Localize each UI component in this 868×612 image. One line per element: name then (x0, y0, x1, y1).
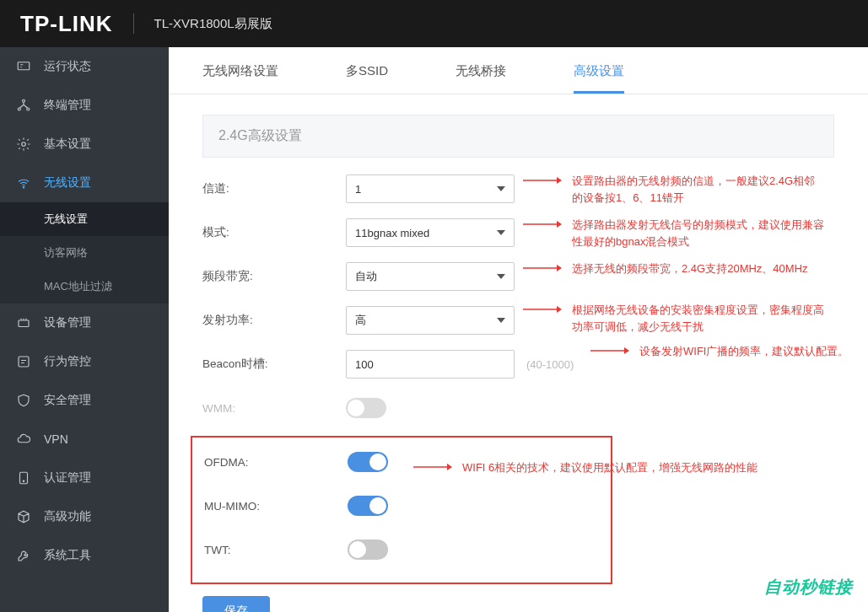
sidebar-item-auth[interactable]: 认证管理 (0, 459, 169, 497)
sidebar-item-device[interactable]: 设备管理 (0, 303, 169, 342)
svg-rect-7 (19, 357, 29, 367)
sidebar-item-label: 无线设置 (44, 175, 91, 191)
sidebar-item-behavior[interactable]: 行为管控 (0, 342, 169, 381)
wrench-icon (15, 547, 32, 564)
beacon-label: Beacon时槽: (202, 357, 346, 372)
brand-logo: TP-LINK (20, 11, 113, 37)
wifi6-highlight-box: OFDMA: MU-MIMO: TWT: (191, 436, 612, 584)
dashboard-icon (15, 58, 32, 75)
sidebar-item-label: 认证管理 (44, 470, 91, 486)
shield-icon (15, 392, 32, 409)
sidebar-sub-guest-network[interactable]: 访客网络 (0, 236, 169, 270)
sidebar-item-label: 系统工具 (44, 548, 91, 563)
tab-bar: 无线网络设置 多SSID 无线桥接 高级设置 (169, 47, 868, 94)
beacon-hint: (40-1000) (526, 358, 574, 371)
mumimo-toggle[interactable] (348, 496, 388, 516)
watermark: 自动秒链接 (764, 576, 853, 599)
gear-icon (15, 136, 32, 153)
tab-multi-ssid[interactable]: 多SSID (346, 51, 388, 94)
twt-toggle[interactable] (348, 540, 388, 560)
sidebar-item-vpn[interactable]: VPN (0, 420, 169, 459)
sidebar-item-label: 运行状态 (44, 59, 91, 74)
chevron-down-icon (497, 274, 505, 279)
section-title: 2.4G高级设置 (202, 115, 834, 158)
beacon-input[interactable] (346, 350, 515, 378)
sidebar-item-advanced[interactable]: 高级功能 (0, 497, 169, 536)
mode-label: 模式: (202, 225, 346, 240)
svg-rect-6 (19, 320, 29, 327)
mumimo-label: MU-MIMO: (204, 500, 348, 513)
device-icon (15, 314, 32, 331)
svg-point-1 (23, 99, 25, 102)
sidebar-sub-mac-filter[interactable]: MAC地址过滤 (0, 270, 169, 303)
advanced-form: 信道: 1 模式: 11bgnax mixed 频段带宽: 自动 (169, 174, 868, 612)
channel-label: 信道: (202, 181, 346, 196)
sidebar-item-terminals[interactable]: 终端管理 (0, 86, 169, 125)
svg-point-4 (22, 142, 26, 147)
bandwidth-select[interactable]: 自动 (346, 262, 515, 291)
ofdma-toggle[interactable] (348, 452, 388, 472)
sidebar-item-label: 终端管理 (44, 98, 91, 113)
svg-rect-0 (18, 62, 30, 70)
svg-point-9 (23, 480, 24, 482)
sidebar-item-security[interactable]: 安全管理 (0, 381, 169, 420)
twt-label: TWT: (204, 544, 348, 556)
save-button[interactable]: 保存 (202, 596, 270, 612)
device-model: TL-XVR1800L易展版 (154, 16, 272, 32)
chevron-down-icon (497, 230, 505, 235)
sidebar-sub-wireless-settings[interactable]: 无线设置 (0, 202, 169, 236)
sidebar-item-basic[interactable]: 基本设置 (0, 125, 169, 164)
txpower-select[interactable]: 高 (346, 306, 515, 335)
sidebar-item-label: 安全管理 (44, 393, 91, 408)
wmm-label: WMM: (202, 402, 346, 415)
cube-icon (15, 508, 32, 525)
sidebar-item-label: VPN (44, 432, 68, 446)
tab-wireless-bridge[interactable]: 无线桥接 (456, 51, 506, 94)
sidebar: 运行状态 终端管理 基本设置 无线设置 无线设置 访客网络 MAC地址过滤 设备… (0, 47, 169, 612)
channel-select[interactable]: 1 (346, 174, 515, 203)
sidebar-item-label: 设备管理 (44, 315, 91, 330)
sidebar-item-status[interactable]: 运行状态 (0, 47, 169, 86)
chevron-down-icon (497, 186, 505, 191)
app-header: TP-LINK TL-XVR1800L易展版 (0, 0, 868, 47)
tab-wireless-network[interactable]: 无线网络设置 (202, 51, 278, 94)
sidebar-item-label: 高级功能 (44, 509, 91, 524)
wifi-icon (15, 174, 32, 191)
svg-point-3 (27, 108, 30, 110)
txpower-label: 发射功率: (202, 313, 346, 328)
auth-icon (15, 470, 32, 486)
wmm-toggle (346, 398, 386, 418)
sidebar-item-label: 基本设置 (44, 137, 91, 152)
header-divider (133, 13, 134, 34)
sidebar-item-label: 行为管控 (44, 354, 91, 369)
behavior-icon (15, 353, 32, 370)
main-content: 无线网络设置 多SSID 无线桥接 高级设置 2.4G高级设置 信道: 1 模式… (169, 47, 868, 612)
ofdma-label: OFDMA: (204, 456, 348, 469)
tab-advanced-settings[interactable]: 高级设置 (574, 51, 624, 94)
nodes-icon (15, 97, 32, 114)
svg-point-5 (23, 187, 24, 189)
chevron-down-icon (497, 318, 505, 323)
bandwidth-label: 频段带宽: (202, 269, 346, 284)
mode-select[interactable]: 11bgnax mixed (346, 218, 515, 247)
sidebar-item-system[interactable]: 系统工具 (0, 536, 169, 575)
sidebar-item-wireless[interactable]: 无线设置 (0, 164, 169, 202)
svg-point-2 (18, 108, 20, 110)
cloud-icon (15, 431, 32, 448)
